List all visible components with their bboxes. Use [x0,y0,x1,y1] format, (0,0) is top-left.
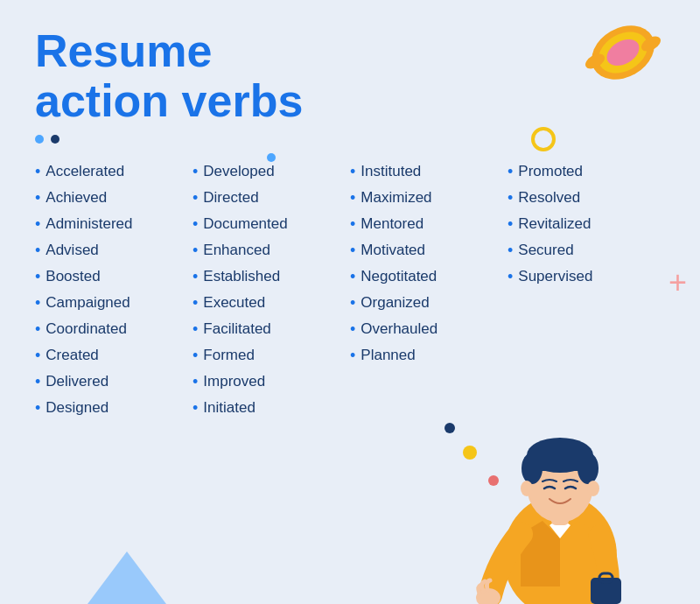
verb-label: Advised [46,242,98,259]
verb-label: Instituted [360,163,421,180]
bullet-icon: • [192,242,198,258]
verb-label: Directed [203,189,258,207]
character-illustration [472,385,648,604]
list-item: •Developed [192,159,350,184]
bullet-icon: • [508,269,513,284]
bullet-icon: • [35,269,40,284]
bullet-icon: • [192,400,198,416]
bullet-icon: • [35,164,40,179]
page-container: Resume action verbs •Accelerated•Achieve… [0,0,700,604]
bullet-icon: • [35,216,40,232]
verb-label: Negotitated [360,268,437,285]
decorative-dots [35,135,665,144]
bullet-icon: • [350,269,355,284]
list-item: •Motivated [350,238,508,263]
bullet-icon: • [350,295,355,311]
verb-label: Formed [203,347,255,364]
verb-label: Accelerated [46,163,124,180]
deco-circle-dark [444,423,455,433]
bullet-icon: • [192,321,198,337]
verb-label: Initiated [203,399,256,417]
list-item: •Accelerated [35,159,192,184]
list-item: •Maximized [350,186,508,210]
verb-label: Overhauled [360,320,438,338]
list-item: •Established [192,264,350,289]
verb-column-1: •Accelerated•Achieved•Administered•Advis… [35,159,192,420]
deco-triangle [88,551,166,604]
verb-label: Organized [360,294,429,312]
bullet-icon: • [192,216,198,232]
list-item: •Directed [192,186,350,210]
bullet-icon: • [350,190,355,206]
svg-rect-14 [532,453,588,471]
list-item: •Advised [35,238,192,263]
list-item: •Campaigned [35,291,192,315]
list-item: •Boosted [35,264,192,289]
verb-label: Boosted [46,268,100,285]
bullet-icon: • [35,190,40,206]
deco-small-circle-blue [267,153,276,162]
svg-point-15 [521,481,533,496]
verb-label: Designed [46,399,108,417]
bullet-icon: • [350,164,355,179]
list-item: •Administered [35,212,192,236]
bullet-icon: • [192,164,198,179]
bullet-icon: • [508,216,513,232]
bullet-icon: • [35,321,40,337]
verbs-grid: •Accelerated•Achieved•Administered•Advis… [35,159,665,420]
bullet-icon: • [35,400,40,416]
verb-label: Motivated [360,242,425,259]
verb-label: Created [46,347,98,364]
bullet-icon: • [35,374,40,390]
list-item: •Resolved [508,186,665,210]
verb-label: Delivered [46,373,108,390]
bullet-icon: • [192,295,198,311]
bullet-icon: • [35,348,40,363]
bullet-icon: • [350,348,355,363]
verb-label: Supervised [518,268,592,285]
deco-circle-yellow-outline [531,127,556,151]
verb-column-3: •Instituted•Maximized•Mentored•Motivated… [350,159,508,420]
list-item: •Improved [192,369,350,394]
title-line1: Resume [35,25,212,76]
bullet-icon: • [350,216,355,232]
verb-column-4: •Promoted•Resolved•Revitalized•Secured•S… [508,159,665,420]
verb-label: Developed [203,163,274,180]
bullet-icon: • [35,242,40,258]
verb-label: Achieved [46,189,107,207]
list-item: •Supervised [508,264,665,289]
list-item: •Enhanced [192,238,350,263]
verb-label: Administered [46,215,132,233]
list-item: •Achieved [35,186,192,210]
list-item: •Delivered [35,369,192,394]
verb-label: Improved [203,373,265,390]
bullet-icon: • [35,295,40,311]
verb-label: Maximized [360,189,431,207]
list-item: •Instituted [350,159,508,184]
deco-plus-sign: + [668,267,687,298]
bullet-icon: • [508,190,513,206]
verb-label: Documented [203,215,287,233]
list-item: •Revitalized [508,212,665,236]
verb-label: Revitalized [518,215,591,233]
list-item: •Organized [350,291,508,315]
bullet-icon: • [192,348,198,363]
verb-label: Secured [518,242,573,259]
list-item: •Promoted [508,159,665,184]
dot-light-blue [35,135,44,144]
verb-column-2: •Developed•Directed•Documented•Enhanced•… [192,159,350,420]
bullet-icon: • [508,164,513,179]
list-item: •Created [35,343,192,368]
title-line2: action verbs [35,75,303,126]
list-item: •Documented [192,212,350,236]
verb-label: Enhanced [203,242,270,259]
dot-dark-blue [51,135,60,144]
bullet-icon: • [192,374,198,390]
verb-label: Facilitated [203,320,270,338]
list-item: •Executed [192,291,350,315]
verb-label: Promoted [518,163,583,180]
list-item: •Coordinated [35,317,192,341]
list-item: •Designed [35,396,192,420]
list-item: •Overhauled [350,317,508,341]
list-item: •Planned [350,343,508,368]
